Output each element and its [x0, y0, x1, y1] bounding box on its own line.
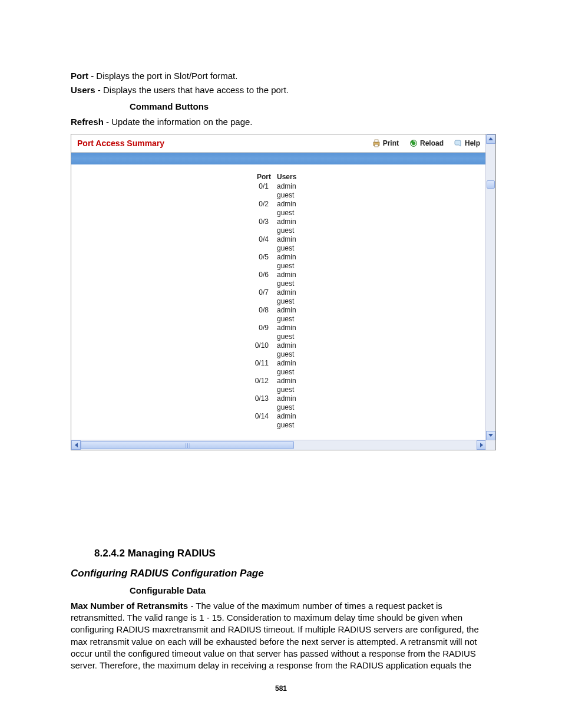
scroll-right-button[interactable]	[477, 440, 486, 450]
subsection-heading-configuring-radius: Configuring RADIUS Configuration Page	[71, 568, 491, 579]
table-row: 0/2adminguest	[255, 200, 303, 218]
scroll-thumb-horizontal[interactable]	[81, 441, 294, 449]
term-max-retransmits: Max Number of Retransmits	[71, 601, 188, 611]
port-access-summary-panel: Port Access Summary Print Re	[71, 134, 496, 450]
page-number: 581	[0, 684, 562, 693]
horizontal-scrollbar[interactable]	[71, 440, 486, 450]
definition-users: Users - Displays the users that have acc…	[71, 84, 491, 96]
table-row: 0/5adminguest	[255, 253, 303, 271]
reload-label: Reload	[420, 139, 444, 147]
table-row: 0/13adminguest	[255, 394, 303, 412]
scrollbar-corner	[485, 440, 495, 450]
scroll-down-button[interactable]	[486, 431, 495, 440]
definition-port: Port - Displays the port in Slot/Port fo…	[71, 70, 491, 82]
table-row: 0/1adminguest	[255, 182, 303, 200]
table-row: 0/9adminguest	[255, 324, 303, 341]
print-label: Print	[383, 139, 399, 147]
panel-header: Port Access Summary Print Re	[71, 134, 486, 153]
printer-icon	[372, 139, 381, 147]
desc-users: - Displays the users that have access to…	[95, 85, 289, 95]
vertical-scrollbar[interactable]	[485, 134, 495, 440]
table-row: 0/6adminguest	[255, 271, 303, 288]
scroll-up-button[interactable]	[486, 134, 495, 144]
help-label: Help	[465, 139, 480, 147]
svg-rect-1	[375, 140, 378, 142]
help-icon	[454, 139, 462, 147]
table-row: 0/12adminguest	[255, 377, 303, 394]
table-row: 0/11adminguest	[255, 359, 303, 377]
svg-rect-2	[375, 144, 378, 147]
help-button[interactable]: Help	[454, 139, 480, 147]
definition-max-retransmits: Max Number of Retransmits - The value of…	[71, 600, 491, 672]
configurable-data-heading: Configurable Data	[130, 585, 491, 595]
col-port: Port	[255, 173, 277, 182]
reload-icon	[409, 139, 418, 147]
table-row: 0/3adminguest	[255, 218, 303, 235]
desc-max-retransmits: - The value of the maximum number of tim…	[71, 601, 479, 670]
scroll-thumb-vertical[interactable]	[487, 180, 495, 189]
term-port: Port	[71, 71, 88, 81]
table-row: 0/4adminguest	[255, 235, 303, 253]
table-row: 0/7adminguest	[255, 288, 303, 306]
chevron-up-icon	[488, 137, 493, 140]
term-refresh: Refresh	[71, 117, 104, 127]
table-row: 0/8adminguest	[255, 306, 303, 324]
table-header-row: Port Users	[255, 173, 303, 182]
definition-refresh: Refresh - Update the information on the …	[71, 116, 491, 128]
reload-button[interactable]: Reload	[409, 139, 444, 147]
print-button[interactable]: Print	[372, 139, 399, 147]
col-users: Users	[277, 173, 302, 182]
grip-icon	[186, 443, 190, 448]
chevron-left-icon	[75, 443, 78, 447]
section-heading-managing-radius: 8.2.4.2 Managing RADIUS	[94, 548, 491, 559]
table-row: 0/10adminguest	[255, 341, 303, 359]
command-buttons-heading: Command Buttons	[130, 101, 491, 111]
table-row: 0/14adminguest	[255, 412, 303, 430]
chevron-right-icon	[480, 443, 483, 447]
desc-port: - Displays the port in Slot/Port format.	[88, 71, 237, 81]
panel-blue-bar	[71, 153, 486, 164]
term-users: Users	[71, 85, 95, 95]
panel-title: Port Access Summary	[77, 139, 372, 148]
desc-refresh: - Update the information on the page.	[104, 117, 253, 127]
scroll-left-button[interactable]	[71, 440, 81, 450]
port-access-table: Port Users 0/1adminguest 0/2adminguest 0…	[71, 173, 486, 430]
chevron-down-icon	[488, 434, 493, 437]
